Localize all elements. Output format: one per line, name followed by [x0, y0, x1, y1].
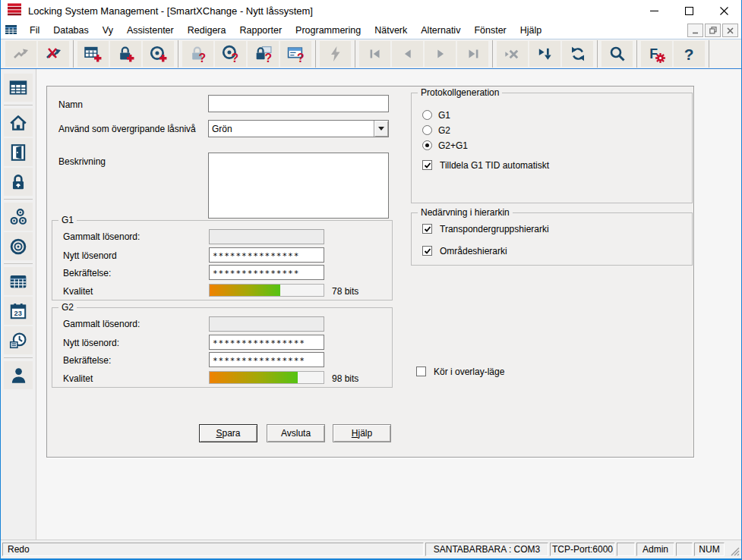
- refresh-icon[interactable]: [562, 41, 593, 67]
- app-window: Locking System Management - [SmartXChang…: [0, 0, 742, 560]
- next-record-icon[interactable]: [425, 41, 456, 67]
- previous-record-icon[interactable]: [392, 41, 423, 67]
- g2-new-password-input[interactable]: [209, 335, 324, 350]
- level-select[interactable]: Grön: [208, 120, 389, 137]
- read-transponder-icon[interactable]: ?: [215, 41, 246, 67]
- level-label: Använd som övergripande låsnivå: [58, 124, 196, 134]
- resize-grip[interactable]: [726, 543, 740, 556]
- radio-g2g1[interactable]: [422, 140, 432, 150]
- mdi-child-system-icon[interactable]: [5, 24, 18, 36]
- cancel-navigation-icon[interactable]: [497, 41, 528, 67]
- svg-text:?: ?: [297, 52, 305, 64]
- last-record-icon[interactable]: [457, 41, 488, 67]
- new-locking-system-form: Namn Använd som övergripande låsnivå Grö…: [46, 86, 694, 458]
- g1-quality-bits: 78 bits: [332, 286, 358, 297]
- toolbar-separator: [355, 40, 355, 68]
- g2-old-password-input: [209, 316, 324, 332]
- name-input[interactable]: [208, 95, 389, 112]
- read-network-icon[interactable]: ?: [280, 41, 311, 67]
- read-lock-g1-icon[interactable]: ?: [248, 41, 279, 67]
- svg-text:?: ?: [684, 45, 694, 62]
- status-empty-panel: [617, 543, 635, 556]
- resize-grip-icon: [729, 546, 740, 556]
- save-button[interactable]: Spara: [199, 424, 257, 442]
- description-label: Beskrivning: [58, 156, 106, 167]
- radio-g2[interactable]: [422, 125, 432, 135]
- close-button[interactable]: [706, 0, 741, 21]
- g2-group: G2 Gammalt lösenord: Nytt lösenord: Bekr…: [52, 307, 393, 388]
- g1-quality-bar: [209, 284, 324, 297]
- sidebar-item-schedule[interactable]: [4, 267, 33, 295]
- menu-item-fil[interactable]: Fil: [23, 23, 46, 38]
- new-lock-icon[interactable]: [110, 41, 141, 67]
- new-locking-system-icon[interactable]: [77, 41, 109, 67]
- menu-item-natverk[interactable]: Nätverk: [368, 23, 414, 38]
- menu-item-programmering[interactable]: Programmering: [289, 23, 368, 38]
- mdi-minimize-button[interactable]: [687, 24, 703, 37]
- area-hierarchy-checkbox[interactable]: [422, 246, 432, 256]
- sidebar-item-transponder[interactable]: [4, 232, 33, 260]
- exit-button[interactable]: Avsluta: [267, 424, 325, 442]
- window-controls: [636, 0, 741, 21]
- radio-g2g1-label: G2+G1: [438, 140, 468, 151]
- g1-confirm-password-input[interactable]: [209, 265, 324, 280]
- menu-item-redigera[interactable]: Redigera: [181, 23, 233, 38]
- radio-selected-dot: [425, 143, 429, 147]
- sidebar-item-building[interactable]: [4, 109, 33, 137]
- menu-item-assistenter[interactable]: Assistenter: [120, 23, 181, 38]
- search-icon[interactable]: [601, 41, 633, 67]
- disconnect-icon[interactable]: [38, 41, 69, 67]
- status-tcp-port: TCP-Port:6000: [550, 543, 615, 556]
- read-lock-icon[interactable]: ?: [182, 41, 213, 67]
- menu-item-fonster[interactable]: Fönster: [467, 23, 513, 38]
- mdi-close-button[interactable]: [722, 24, 738, 37]
- status-num-lock-text: NUM: [699, 544, 719, 555]
- g2-confirm-password-input[interactable]: [209, 352, 324, 367]
- menu-item-hjalp[interactable]: Hjälp: [513, 23, 549, 38]
- goto-record-icon[interactable]: [529, 41, 560, 67]
- help-button[interactable]: Hjälp: [333, 424, 391, 442]
- toolbar: ? ? ? ?: [1, 39, 741, 69]
- mdi-restore-button[interactable]: [705, 24, 721, 37]
- level-dropdown-button[interactable]: [374, 121, 388, 137]
- filter-settings-icon[interactable]: F: [641, 41, 672, 67]
- menu-item-vy[interactable]: Vy: [96, 23, 120, 38]
- menu-item-rapporter[interactable]: Rapporter: [232, 23, 289, 38]
- program-icon[interactable]: [320, 41, 351, 67]
- radio-g1[interactable]: [422, 110, 432, 120]
- menubar: Fil Databas Vy Assistenter Redigera Rapp…: [1, 21, 741, 39]
- status-com-port: SANTABARBARA : COM3: [425, 543, 548, 556]
- description-textarea[interactable]: [208, 153, 389, 219]
- first-record-icon[interactable]: [359, 41, 390, 67]
- g2-quality-bits: 98 bits: [332, 373, 358, 384]
- toolbar-separator: [492, 40, 493, 68]
- toolbar-separator: [315, 40, 316, 68]
- menu-item-alternativ[interactable]: Alternativ: [414, 23, 467, 38]
- new-transponder-icon[interactable]: [143, 41, 174, 67]
- titlebar: Locking System Management - [SmartXChang…: [1, 0, 741, 21]
- g1-group-title: G1: [58, 215, 77, 225]
- overlay-mode-checkbox[interactable]: [416, 367, 426, 376]
- sidebar-item-user[interactable]: [4, 361, 33, 389]
- menu-item-databas[interactable]: Databas: [46, 23, 96, 38]
- toolbar-separator: [178, 40, 178, 68]
- connect-icon[interactable]: [5, 41, 36, 67]
- sidebar-item-lock[interactable]: [4, 168, 33, 196]
- g1-quality-fill: [210, 285, 280, 296]
- maximize-button[interactable]: [671, 0, 706, 21]
- g1-new-password-input[interactable]: [209, 247, 324, 263]
- help-icon[interactable]: ?: [674, 41, 705, 67]
- g2-confirm-password-label: Bekräftelse:: [63, 355, 111, 366]
- toolbar-separator: [73, 40, 74, 68]
- g1-old-password-input: [209, 229, 324, 244]
- tid-auto-checkbox[interactable]: [422, 160, 432, 170]
- minimize-button[interactable]: [636, 0, 671, 21]
- sidebar-item-door[interactable]: [4, 138, 33, 166]
- sidebar-item-transponder-groups[interactable]: [4, 203, 33, 231]
- sidebar-item-calendar[interactable]: 23: [4, 297, 33, 325]
- sidebar-item-locking-system-matrix[interactable]: [4, 74, 33, 102]
- sidebar-item-time-zones[interactable]: [4, 326, 33, 354]
- transponder-group-hierarchy-checkbox[interactable]: [422, 224, 432, 234]
- app-body: 23 Namn Använd som övergripande låsnivå …: [1, 69, 741, 540]
- inheritance-title: Nedärvning i hierarkin: [418, 207, 513, 218]
